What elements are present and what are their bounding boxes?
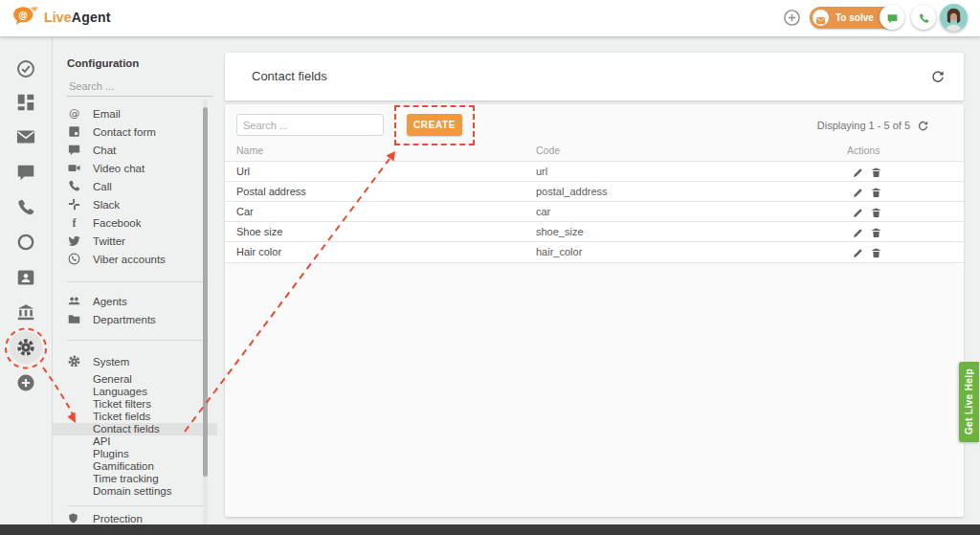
- sidebar-item-ticket-filters[interactable]: Ticket filters: [53, 398, 217, 411]
- table-row: Postal address postal_address: [225, 181, 964, 202]
- company-icon[interactable]: [15, 302, 36, 323]
- departments-icon: [67, 312, 81, 326]
- tasks-check-icon[interactable]: [15, 58, 36, 79]
- svg-text:@: @: [18, 10, 28, 20]
- sidebar-item-gamification[interactable]: Gamification: [53, 460, 217, 473]
- sidebar-scrollbar-thumb[interactable]: [203, 107, 208, 477]
- sidebar-item-viber[interactable]: Viber accounts: [53, 251, 217, 268]
- sidebar-item-api[interactable]: API: [53, 435, 217, 448]
- ring-icon[interactable]: [15, 232, 36, 253]
- sidebar-search-input[interactable]: [67, 77, 212, 97]
- sidebar-item-languages[interactable]: Languages: [53, 386, 217, 398]
- svg-text:@: @: [69, 107, 79, 120]
- page-header-card: Contact fields: [225, 53, 964, 100]
- delete-trash-icon[interactable]: [870, 186, 882, 198]
- delete-trash-icon[interactable]: [870, 226, 882, 238]
- sidebar-title: Configuration: [67, 57, 139, 69]
- bottom-edge-bar: [0, 524, 980, 535]
- top-bar: @ LiveAgent To solve 1: [0, 0, 980, 36]
- contact-fields-panel: CREATE Displaying 1 - 5 of 5 Name Code A…: [225, 104, 964, 517]
- contact-form-icon: [67, 124, 81, 139]
- table-row: Shoe size shoe_size: [225, 221, 964, 242]
- edit-pencil-icon[interactable]: [852, 226, 864, 238]
- video-chat-icon: [67, 161, 81, 175]
- table-row: Car car: [225, 201, 964, 222]
- sidebar-item-facebook[interactable]: f Facebook: [53, 214, 217, 232]
- settings-gear-icon[interactable]: [15, 337, 36, 358]
- sidebar-item-contact-fields[interactable]: Contact fields: [53, 423, 217, 435]
- avatar[interactable]: [940, 4, 968, 32]
- sidebar-divider: [67, 281, 209, 282]
- facebook-icon: f: [67, 215, 81, 230]
- chat-bubble-icon: [67, 143, 81, 157]
- column-actions: Actions: [847, 145, 880, 156]
- sidebar-item-video-chat[interactable]: Video chat: [53, 160, 217, 177]
- edit-pencil-icon[interactable]: [852, 186, 864, 198]
- liveagent-logo[interactable]: @ LiveAgent: [12, 6, 111, 28]
- sidebar-item-time-tracking[interactable]: Time tracking: [53, 473, 217, 485]
- sidebar-item-contact-form[interactable]: Contact form: [53, 123, 217, 141]
- edit-pencil-icon[interactable]: [852, 246, 864, 258]
- email-icon: @: [67, 106, 81, 121]
- pagination-info: Displaying 1 - 5 of 5: [684, 114, 948, 136]
- sidebar-item-agents[interactable]: Agents: [53, 293, 217, 310]
- calls-icon: [918, 11, 930, 24]
- call-icon[interactable]: [15, 197, 36, 218]
- dashboard-icon[interactable]: [15, 92, 36, 113]
- edit-pencil-icon[interactable]: [852, 206, 864, 218]
- call-icon: [67, 179, 81, 193]
- sidebar-item-chat[interactable]: Chat: [53, 142, 217, 159]
- viber-icon: [67, 252, 81, 266]
- to-solve-label: To solve: [835, 12, 874, 23]
- displaying-text: Displaying 1 - 5 of 5: [817, 120, 910, 131]
- sidebar-item-protection[interactable]: Protection: [53, 512, 217, 525]
- agents-icon: [67, 294, 81, 308]
- sidebar-item-departments[interactable]: Departments: [53, 311, 217, 328]
- column-name: Name: [236, 145, 263, 156]
- refresh-icon[interactable]: [917, 119, 929, 131]
- table-row: Url url: [225, 161, 964, 182]
- sidebar-item-system[interactable]: System: [53, 353, 217, 370]
- chats-icon: [886, 11, 899, 24]
- add-badge-icon[interactable]: [15, 372, 36, 393]
- liveagent-bubble-icon: @: [12, 6, 38, 28]
- add-circle-icon: [783, 9, 801, 27]
- sidebar-item-general[interactable]: General: [53, 373, 217, 386]
- sidebar-item-twitter[interactable]: Twitter: [53, 233, 217, 250]
- twitter-icon: [67, 234, 81, 248]
- sidebar-item-slack[interactable]: Slack: [53, 196, 217, 213]
- delete-trash-icon[interactable]: [870, 206, 882, 218]
- sidebar-item-plugins[interactable]: Plugins: [53, 448, 217, 460]
- svg-text:f: f: [72, 216, 77, 230]
- contacts-icon[interactable]: [15, 267, 36, 288]
- delete-trash-icon[interactable]: [870, 246, 882, 258]
- page-title: Contact fields: [252, 53, 327, 100]
- calls-button[interactable]: [911, 5, 936, 30]
- slack-icon: [67, 197, 81, 212]
- edit-pencil-icon[interactable]: [852, 166, 864, 178]
- sidebar-item-ticket-fields[interactable]: Ticket fields: [53, 411, 217, 423]
- create-button[interactable]: CREATE: [407, 114, 462, 136]
- table-row: Hair color hair_color: [225, 241, 964, 263]
- column-code: Code: [536, 145, 560, 156]
- liveagent-app: @ LiveAgent To solve 1: [0, 0, 980, 535]
- gear-icon: [67, 354, 81, 368]
- sidebar-item-email[interactable]: @ Email: [53, 105, 217, 123]
- table-header: Name Code Actions: [225, 145, 964, 161]
- brand-text: LiveAgent: [44, 10, 111, 25]
- envelope-icon: [815, 12, 826, 23]
- chat-icon[interactable]: [15, 162, 36, 183]
- mail-icon[interactable]: [15, 126, 36, 147]
- chats-button[interactable]: [880, 5, 904, 30]
- refresh-icon[interactable]: [930, 69, 946, 84]
- add-circle-button[interactable]: [783, 9, 801, 27]
- protection-icon: [67, 512, 79, 524]
- envelope-badge: [813, 10, 829, 26]
- sidebar-item-call[interactable]: Call: [53, 178, 217, 195]
- table-search-input[interactable]: [236, 114, 384, 136]
- get-live-help-tab[interactable]: Get Live Help: [959, 362, 979, 442]
- sidebar-item-domain-settings[interactable]: Domain settings: [53, 485, 217, 498]
- delete-trash-icon[interactable]: [870, 166, 882, 178]
- sidebar-divider: [67, 505, 209, 506]
- get-live-help-label: Get Live Help: [964, 368, 974, 435]
